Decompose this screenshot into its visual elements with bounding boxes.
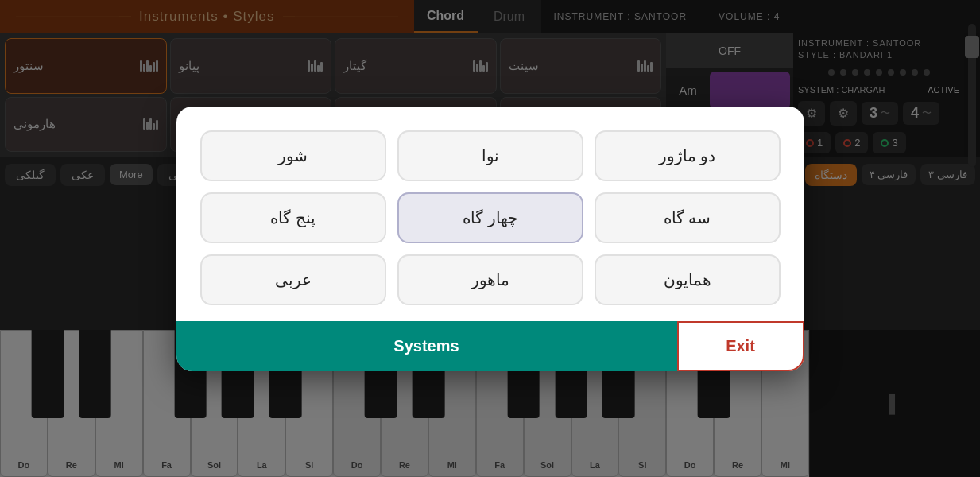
modal-btn-nava[interactable]: نوا	[397, 130, 583, 181]
panjgah-label: پنج گاه	[270, 209, 316, 227]
modal-grid: شور نوا دو ماژور پنج گاه چهار گاه سه گاه…	[200, 130, 781, 305]
chahargah-label: چهار گاه	[463, 209, 517, 227]
arabi-label: عربی	[275, 271, 312, 289]
nava-label: نوا	[482, 147, 499, 165]
systems-label: Systems	[393, 337, 459, 355]
modal-btn-arabi[interactable]: عربی	[200, 254, 386, 305]
modal-btn-mahour[interactable]: ماهور	[397, 254, 583, 305]
domajor-label: دو ماژور	[659, 147, 716, 165]
modal-btn-domajor[interactable]: دو ماژور	[595, 130, 781, 181]
exit-label: Exit	[726, 337, 755, 355]
modal-dialog: شور نوا دو ماژور پنج گاه چهار گاه سه گاه…	[176, 107, 804, 371]
modal-footer: Systems Exit	[176, 321, 804, 371]
exit-button[interactable]: Exit	[677, 321, 804, 371]
shor-label: شور	[278, 147, 308, 165]
modal-btn-segah[interactable]: سه گاه	[595, 192, 781, 243]
segah-label: سه گاه	[664, 209, 711, 227]
modal-btn-panjgah[interactable]: پنج گاه	[200, 192, 386, 243]
homayoun-label: همایون	[664, 271, 711, 289]
modal-overlay[interactable]: شور نوا دو ماژور پنج گاه چهار گاه سه گاه…	[0, 0, 980, 477]
modal-btn-homayoun[interactable]: همایون	[595, 254, 781, 305]
modal-btn-shor[interactable]: شور	[200, 130, 386, 181]
mahour-label: ماهور	[471, 271, 509, 289]
modal-btn-chahargah[interactable]: چهار گاه	[397, 192, 583, 243]
systems-button[interactable]: Systems	[176, 321, 677, 371]
